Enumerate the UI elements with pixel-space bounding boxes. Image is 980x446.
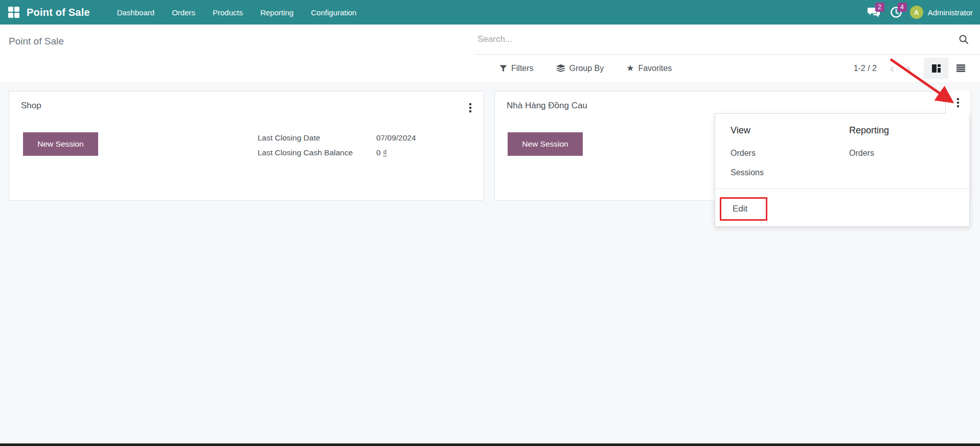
- card-dropdown-menu: View Reporting Orders Sessions Orders Ed…: [715, 113, 970, 227]
- menu-products[interactable]: Products: [206, 1, 249, 24]
- bottom-edge-strip: [0, 443, 980, 446]
- field-last-closing-cash-balance: Last Closing Cash Balance 0 ₫: [258, 146, 472, 159]
- pager-previous-button[interactable]: ‹: [884, 62, 900, 75]
- main-menu: Dashboard Orders Products Reporting Conf…: [110, 1, 363, 24]
- star-icon: ★: [626, 63, 634, 74]
- group-by-button[interactable]: Group By: [556, 64, 604, 73]
- menu-dashboard[interactable]: Dashboard: [110, 1, 161, 24]
- user-name: Administrator: [928, 8, 973, 17]
- pos-card-title: Nhà Hàng Đồng Cau: [507, 101, 587, 111]
- kanban-view-icon: [932, 64, 941, 73]
- kanban-view-button[interactable]: [924, 58, 948, 79]
- pos-card-title: Shop: [21, 101, 41, 111]
- search-bar: [475, 25, 980, 55]
- list-view-icon: [956, 64, 965, 73]
- pos-card-shop: Shop New Session Last Closing Date 07/09…: [9, 91, 484, 201]
- list-view-button[interactable]: [948, 58, 973, 79]
- card-fields: Last Closing Date 07/09/2024 Last Closin…: [258, 131, 472, 161]
- user-menu[interactable]: A Administrator: [910, 6, 973, 19]
- filters-button[interactable]: Filters: [499, 64, 534, 73]
- card-menu-kebab-icon-open[interactable]: [945, 91, 970, 114]
- pager-next-button[interactable]: ›: [900, 62, 917, 75]
- new-session-button[interactable]: New Session: [23, 132, 98, 156]
- control-panel: Point of Sale Filters Group By ★ Favorit…: [0, 25, 980, 82]
- messages-button[interactable]: 2: [865, 4, 882, 21]
- menu-reporting[interactable]: Reporting: [254, 1, 300, 24]
- dropdown-header-view: View: [731, 125, 750, 136]
- menu-configuration[interactable]: Configuration: [304, 1, 363, 24]
- breadcrumb[interactable]: Point of Sale: [9, 36, 64, 47]
- dropdown-item-reporting-orders[interactable]: Orders: [849, 149, 874, 158]
- top-navbar: Point of Sale Dashboard Orders Products …: [0, 0, 980, 25]
- pager-value: 1-2 / 2: [854, 64, 877, 73]
- app-title[interactable]: Point of Sale: [27, 7, 90, 18]
- menu-orders[interactable]: Orders: [165, 1, 202, 24]
- layers-icon: [556, 64, 565, 73]
- new-session-button[interactable]: New Session: [508, 132, 583, 156]
- avatar: A: [910, 6, 923, 19]
- search-icon[interactable]: [959, 34, 969, 44]
- favorites-button[interactable]: ★ Favorites: [626, 63, 672, 74]
- activities-badge: 4: [898, 3, 907, 12]
- messages-badge: 2: [875, 3, 884, 12]
- view-switcher: [924, 58, 973, 79]
- dropdown-item-view-sessions[interactable]: Sessions: [731, 168, 764, 177]
- currency-symbol: ₫: [383, 148, 387, 157]
- card-menu-kebab-icon[interactable]: [463, 99, 478, 117]
- apps-menu-icon[interactable]: [8, 7, 19, 18]
- field-last-closing-date: Last Closing Date 07/09/2024: [258, 131, 472, 144]
- dropdown-header-reporting: Reporting: [849, 125, 889, 136]
- search-input[interactable]: [475, 34, 959, 44]
- dropdown-item-view-orders[interactable]: Orders: [731, 149, 756, 158]
- dropdown-item-edit[interactable]: Edit: [733, 204, 747, 214]
- activities-button[interactable]: 4: [887, 4, 905, 21]
- funnel-icon: [499, 65, 507, 72]
- dropdown-separator: [715, 189, 969, 189]
